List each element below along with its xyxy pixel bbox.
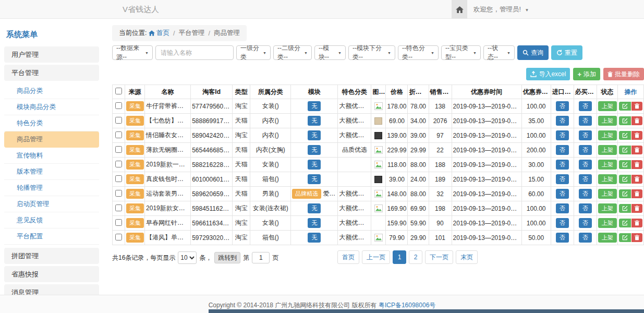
- filter-select-level1[interactable]: 一级分类▼: [236, 45, 271, 60]
- must-buy-toggle[interactable]: 否: [579, 116, 592, 126]
- filter-select-data-source[interactable]: --数据来源--▼: [112, 45, 153, 60]
- filter-select-item-type[interactable]: --宝贝类型--▼: [441, 45, 481, 60]
- sidebar-subitem-6[interactable]: 版本管理: [4, 164, 99, 180]
- import-select-toggle[interactable]: 否: [556, 130, 569, 140]
- delete-button[interactable]: [631, 204, 642, 213]
- row-checkbox[interactable]: [115, 234, 122, 240]
- sidebar-group-3[interactable]: 拼团管理: [4, 248, 99, 264]
- filter-select-level2[interactable]: --二级分类--▼: [273, 45, 312, 60]
- import-excel-button[interactable]: 导入excel: [526, 68, 570, 80]
- page-1-button[interactable]: 1: [393, 250, 406, 264]
- edit-button[interactable]: [619, 204, 631, 213]
- sidebar-subitem-7[interactable]: 轮播管理: [4, 180, 99, 196]
- sidebar-subitem-8[interactable]: 启动页管理: [4, 196, 99, 212]
- row-checkbox[interactable]: [115, 117, 122, 124]
- prev-page-button[interactable]: 上一页: [362, 250, 390, 264]
- edit-button[interactable]: [619, 131, 631, 140]
- reset-button[interactable]: 重置: [551, 45, 582, 60]
- delete-button[interactable]: [631, 219, 642, 227]
- delete-button[interactable]: [631, 131, 642, 140]
- sidebar-subitem-2[interactable]: 模块商品分类: [4, 99, 99, 115]
- status-button[interactable]: 上架: [598, 101, 617, 111]
- filter-select-feature[interactable]: --特色分类--▼: [398, 45, 439, 60]
- delete-button[interactable]: [631, 160, 642, 169]
- filter-select-module[interactable]: --模块--▼: [314, 45, 346, 60]
- edit-button[interactable]: [619, 175, 631, 184]
- must-buy-toggle[interactable]: 否: [579, 101, 592, 111]
- import-select-toggle[interactable]: 否: [556, 174, 569, 184]
- status-button[interactable]: 上架: [598, 218, 617, 228]
- per-page-select[interactable]: 10: [178, 251, 197, 264]
- import-select-toggle[interactable]: 否: [556, 203, 569, 213]
- import-select-toggle[interactable]: 否: [556, 233, 569, 243]
- sidebar-subitem-3[interactable]: 特色分类: [4, 115, 99, 131]
- must-buy-toggle[interactable]: 否: [579, 189, 592, 199]
- sidebar-subitem-10[interactable]: 平台配置: [4, 228, 99, 245]
- must-buy-toggle[interactable]: 否: [579, 203, 592, 213]
- import-select-toggle[interactable]: 否: [556, 218, 569, 228]
- edit-button[interactable]: [619, 146, 631, 154]
- import-select-toggle[interactable]: 否: [556, 101, 569, 111]
- row-checkbox[interactable]: [115, 161, 122, 167]
- sidebar-subitem-4[interactable]: 商品管理: [4, 131, 99, 148]
- batch-delete-button[interactable]: 批量删除: [603, 68, 644, 80]
- edit-button[interactable]: [619, 116, 631, 125]
- jump-button[interactable]: 跳转到: [214, 252, 240, 263]
- status-button[interactable]: 上架: [598, 160, 617, 170]
- delete-button[interactable]: [631, 102, 642, 111]
- status-button[interactable]: 上架: [598, 233, 617, 243]
- page-2-button[interactable]: 2: [409, 250, 422, 264]
- row-checkbox[interactable]: [115, 146, 122, 153]
- filter-input-name[interactable]: [155, 45, 234, 60]
- delete-button[interactable]: [631, 116, 642, 125]
- query-button[interactable]: 查询: [517, 45, 549, 60]
- edit-button[interactable]: [619, 219, 631, 227]
- status-button[interactable]: 上架: [598, 189, 617, 199]
- must-buy-toggle[interactable]: 否: [579, 145, 592, 155]
- must-buy-toggle[interactable]: 否: [579, 233, 592, 243]
- edit-button[interactable]: [619, 233, 631, 242]
- status-button[interactable]: 上架: [598, 145, 617, 155]
- home-button[interactable]: [452, 0, 467, 19]
- breadcrumb-item-goods[interactable]: 商品管理: [214, 29, 240, 38]
- must-buy-toggle[interactable]: 否: [579, 160, 592, 170]
- must-buy-toggle[interactable]: 否: [579, 174, 592, 184]
- last-page-button[interactable]: 末页: [456, 250, 478, 264]
- delete-button[interactable]: [631, 175, 642, 184]
- status-button[interactable]: 上架: [598, 130, 617, 140]
- delete-button[interactable]: [631, 233, 642, 242]
- must-buy-toggle[interactable]: 否: [579, 130, 592, 140]
- delete-button[interactable]: [631, 146, 642, 154]
- edit-button[interactable]: [619, 160, 631, 169]
- import-select-toggle[interactable]: 否: [556, 145, 569, 155]
- edit-button[interactable]: [619, 189, 631, 198]
- user-menu[interactable]: 欢迎您，管理员! ▼: [473, 5, 529, 14]
- status-button[interactable]: 上架: [598, 174, 617, 184]
- import-select-toggle[interactable]: 否: [556, 160, 569, 170]
- select-all-checkbox[interactable]: [115, 88, 122, 94]
- filter-select-status[interactable]: --状态--▼: [483, 45, 515, 60]
- row-checkbox[interactable]: [115, 131, 122, 138]
- sidebar-subitem-9[interactable]: 意见反馈: [4, 212, 99, 228]
- filter-select-module-sub[interactable]: --模块下分类--▼: [348, 45, 395, 60]
- edit-button[interactable]: [619, 102, 631, 111]
- row-checkbox[interactable]: [115, 219, 122, 226]
- sidebar-subitem-5[interactable]: 宣传物料: [4, 148, 99, 164]
- breadcrumb-item-platform[interactable]: 平台管理: [178, 29, 204, 38]
- icp-link[interactable]: 粤ICP备16098006号: [379, 302, 435, 309]
- sidebar-group-2[interactable]: 平台管理: [4, 65, 99, 81]
- must-buy-toggle[interactable]: 否: [579, 218, 592, 228]
- row-checkbox[interactable]: [115, 190, 122, 197]
- status-button[interactable]: 上架: [598, 116, 617, 126]
- add-button[interactable]: + 添加: [573, 68, 600, 80]
- next-page-button[interactable]: 下一页: [425, 250, 453, 264]
- import-select-toggle[interactable]: 否: [556, 189, 569, 199]
- first-page-button[interactable]: 首页: [337, 250, 359, 264]
- sidebar-group-1[interactable]: 用户管理: [4, 46, 99, 63]
- row-checkbox[interactable]: [115, 175, 122, 182]
- sidebar-subitem-1[interactable]: 商品分类: [4, 83, 99, 99]
- sidebar-group-4[interactable]: 省惠快报: [4, 266, 99, 282]
- page-number-input[interactable]: [252, 252, 270, 263]
- status-button[interactable]: 上架: [598, 203, 617, 213]
- import-select-toggle[interactable]: 否: [556, 116, 569, 126]
